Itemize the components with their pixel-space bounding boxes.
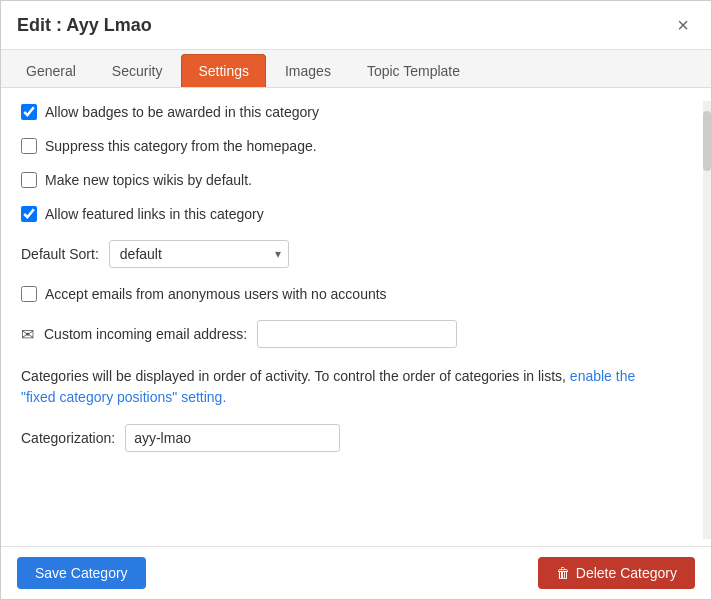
modal-footer: Save Category 🗑 Delete Category <box>1 546 711 599</box>
modal-body: Allow badges to be awarded in this categ… <box>1 88 711 546</box>
default-sort-wrapper: default ▾ <box>109 240 289 268</box>
close-button[interactable]: × <box>671 13 695 37</box>
custom-email-row: ✉ Custom incoming email address: <box>21 320 691 348</box>
default-sort-select[interactable]: default <box>109 240 289 268</box>
scrollbar-track <box>703 101 711 539</box>
tab-general[interactable]: General <box>9 54 93 87</box>
default-sort-row: Default Sort: default ▾ <box>21 240 691 268</box>
scrollbar-thumb[interactable] <box>703 111 711 171</box>
categorization-row: Categorization: <box>21 424 691 452</box>
suppress-homepage-row: Suppress this category from the homepage… <box>21 138 691 154</box>
allow-featured-links-label: Allow featured links in this category <box>45 206 264 222</box>
allow-badges-checkbox[interactable] <box>21 104 37 120</box>
trash-icon: 🗑 <box>556 565 570 581</box>
modal-header: Edit : Ayy Lmao × <box>1 1 711 50</box>
tab-images[interactable]: Images <box>268 54 348 87</box>
make-wikis-label: Make new topics wikis by default. <box>45 172 252 188</box>
custom-email-input[interactable] <box>257 320 457 348</box>
allow-badges-row: Allow badges to be awarded in this categ… <box>21 104 691 120</box>
make-wikis-row: Make new topics wikis by default. <box>21 172 691 188</box>
categorization-input[interactable] <box>125 424 340 452</box>
suppress-homepage-checkbox[interactable] <box>21 138 37 154</box>
allow-badges-label: Allow badges to be awarded in this categ… <box>45 104 319 120</box>
delete-label: Delete Category <box>576 565 677 581</box>
info-text: Categories will be displayed in order of… <box>21 366 691 408</box>
tab-security[interactable]: Security <box>95 54 180 87</box>
delete-category-button[interactable]: 🗑 Delete Category <box>538 557 695 589</box>
tabs-bar: General Security Settings Images Topic T… <box>1 50 711 88</box>
accept-emails-label: Accept emails from anonymous users with … <box>45 286 387 302</box>
make-wikis-checkbox[interactable] <box>21 172 37 188</box>
default-sort-label: Default Sort: <box>21 246 99 262</box>
allow-featured-links-checkbox[interactable] <box>21 206 37 222</box>
custom-email-label: Custom incoming email address: <box>44 326 247 342</box>
modal-title: Edit : Ayy Lmao <box>17 15 152 36</box>
accept-emails-row: Accept emails from anonymous users with … <box>21 286 691 302</box>
edit-modal: Edit : Ayy Lmao × General Security Setti… <box>0 0 712 600</box>
suppress-homepage-label: Suppress this category from the homepage… <box>45 138 317 154</box>
accept-emails-checkbox[interactable] <box>21 286 37 302</box>
save-category-button[interactable]: Save Category <box>17 557 146 589</box>
categorization-label: Categorization: <box>21 430 115 446</box>
info-text-part1: Categories will be displayed in order of… <box>21 368 570 384</box>
tab-settings[interactable]: Settings <box>181 54 266 87</box>
envelope-icon: ✉ <box>21 325 34 344</box>
tab-topic-template[interactable]: Topic Template <box>350 54 477 87</box>
allow-featured-links-row: Allow featured links in this category <box>21 206 691 222</box>
